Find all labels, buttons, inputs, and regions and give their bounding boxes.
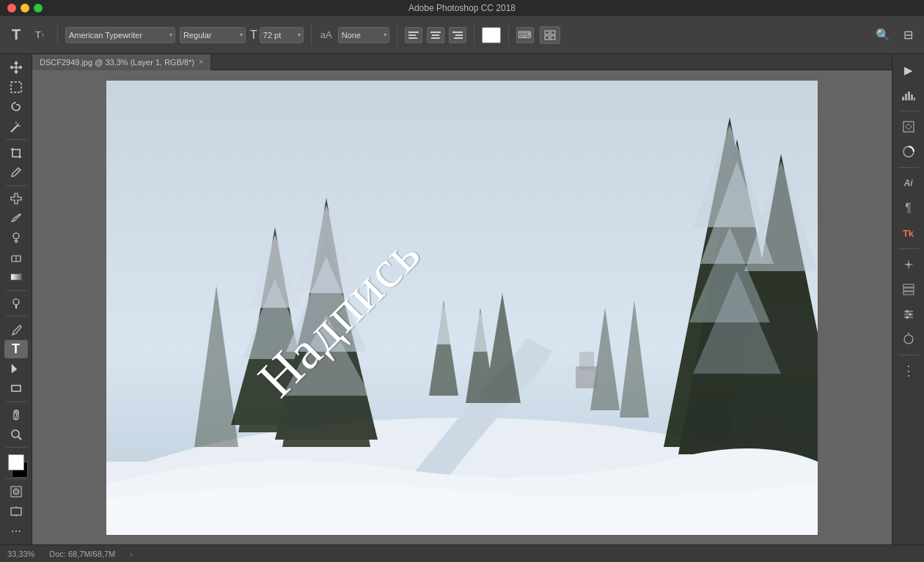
eraser-icon	[10, 251, 23, 265]
window-controls[interactable]	[7, 4, 43, 12]
marquee-tool[interactable]	[4, 78, 28, 97]
text-tool[interactable]: T	[4, 340, 28, 358]
antialiasing-wrapper[interactable]: None	[338, 27, 389, 43]
color-wheel-panel[interactable]	[897, 140, 920, 163]
svg-rect-74	[903, 288, 914, 291]
document-tab-close[interactable]: ×	[199, 58, 203, 66]
content-aware-panel[interactable]	[897, 115, 920, 138]
font-family-select[interactable]: American Typewriter	[65, 27, 175, 43]
svg-rect-32	[11, 508, 21, 515]
svg-point-79	[909, 313, 912, 316]
text-orientation-icon[interactable]: T↕	[29, 25, 50, 45]
svg-rect-1	[408, 34, 416, 36]
align-center-icon	[430, 31, 441, 40]
main-area: T ⋯ DSCF2949.jp	[0, 54, 924, 544]
eyedropper-tool[interactable]	[4, 163, 28, 182]
maximize-button[interactable]	[34, 4, 43, 12]
document-tab[interactable]: DSCF2949.jpg @ 33,3% (Layer 1, RGB/8*) ×	[32, 54, 211, 70]
gradient-icon	[10, 270, 23, 284]
align-center-button[interactable]	[427, 27, 444, 43]
hand-tool[interactable]	[4, 405, 28, 424]
foreground-color[interactable]	[8, 454, 24, 470]
histogram-panel[interactable]	[897, 84, 920, 107]
eraser-tool[interactable]	[4, 248, 28, 267]
extras-button[interactable]: ⋯	[4, 522, 28, 540]
antialiasing-select[interactable]: None	[338, 27, 389, 43]
font-style-wrapper[interactable]: Regular	[180, 27, 246, 43]
layer-comp-panel[interactable]	[897, 278, 920, 301]
sparkle-panel[interactable]	[897, 253, 920, 276]
align-right-button[interactable]	[449, 27, 466, 43]
right-sep-3	[898, 248, 919, 249]
layer-comp-icon	[902, 283, 915, 296]
svg-rect-69	[911, 95, 913, 100]
svg-point-19	[13, 233, 19, 239]
zoom-tool[interactable]	[4, 425, 28, 443]
paragraph-panel[interactable]: ¶	[897, 196, 920, 220]
text-tool-icon[interactable]: T	[6, 25, 26, 45]
healing-tool[interactable]	[4, 190, 28, 208]
lasso-icon	[10, 100, 23, 114]
color-wheel-icon	[902, 145, 915, 158]
svg-rect-0	[408, 32, 419, 33]
svg-rect-71	[903, 122, 914, 132]
canvas-wrapper: DSCF2949.jpg @ 33,3% (Layer 1, RGB/8*) ×	[32, 54, 892, 544]
crop-tool[interactable]	[4, 144, 28, 162]
svg-rect-75	[903, 292, 914, 295]
svg-rect-3	[430, 32, 441, 33]
ai-panel[interactable]: Ai	[897, 171, 920, 195]
left-toolbar: T ⋯	[0, 54, 32, 544]
font-family-wrapper[interactable]: American Typewriter	[65, 27, 175, 43]
svg-rect-8	[454, 37, 463, 39]
svg-line-16	[18, 123, 19, 125]
font-size-select[interactable]: 72 pt	[260, 27, 304, 43]
align-left-icon	[408, 31, 419, 40]
screen-mode-button[interactable]	[4, 502, 28, 520]
lasso-tool[interactable]	[4, 98, 28, 117]
crop-icon	[10, 147, 23, 160]
shape-tool[interactable]	[4, 380, 28, 398]
adjustments-panel[interactable]	[897, 303, 920, 326]
path-selection-tool[interactable]	[4, 360, 28, 378]
font-size-wrapper[interactable]: 72 pt	[260, 27, 304, 43]
svg-rect-12	[551, 36, 555, 40]
pen-tool[interactable]	[4, 320, 28, 339]
left-sep-7	[6, 478, 26, 479]
character-panels-button[interactable]	[540, 26, 560, 44]
left-sep-5	[6, 402, 26, 402]
brush-tool[interactable]	[4, 209, 28, 227]
healing-icon	[10, 192, 23, 205]
minimize-button[interactable]	[21, 4, 29, 12]
svg-line-29	[18, 437, 21, 440]
search-button[interactable]: 🔍	[873, 25, 893, 45]
font-size-icon: T	[250, 29, 257, 42]
workspace-button[interactable]: ⊟	[898, 25, 918, 45]
status-arrow[interactable]: ›	[130, 550, 133, 558]
hand-icon	[10, 408, 23, 421]
brush-icon	[10, 212, 23, 225]
brush-settings-panel[interactable]	[897, 328, 920, 351]
svg-line-18	[17, 169, 19, 171]
dodge-burn-tool[interactable]	[4, 295, 28, 313]
winter-scene-svg	[106, 81, 818, 535]
font-style-select[interactable]: Regular	[180, 27, 246, 43]
zoom-icon	[10, 428, 23, 441]
clone-tool[interactable]	[4, 229, 28, 247]
marquee-icon	[10, 81, 22, 93]
quick-mask-button[interactable]	[4, 483, 28, 501]
svg-rect-10	[551, 31, 555, 34]
align-left-button[interactable]	[405, 27, 422, 43]
gradient-tool[interactable]	[4, 268, 28, 286]
left-sep-3	[6, 290, 26, 291]
move-tool[interactable]	[4, 59, 28, 77]
canvas-area[interactable]: Надпись	[32, 70, 892, 544]
warp-text-button[interactable]: ⌨	[516, 27, 534, 43]
more-panels[interactable]: ⋮	[897, 359, 920, 382]
right-sep-1	[898, 111, 919, 111]
glyph-panel[interactable]: Tk	[897, 221, 920, 245]
play-button[interactable]: ▶	[897, 59, 920, 82]
svg-rect-67	[905, 94, 907, 100]
text-color-swatch[interactable]	[482, 27, 501, 43]
close-button[interactable]	[7, 4, 16, 12]
magic-wand-tool[interactable]	[4, 118, 28, 136]
